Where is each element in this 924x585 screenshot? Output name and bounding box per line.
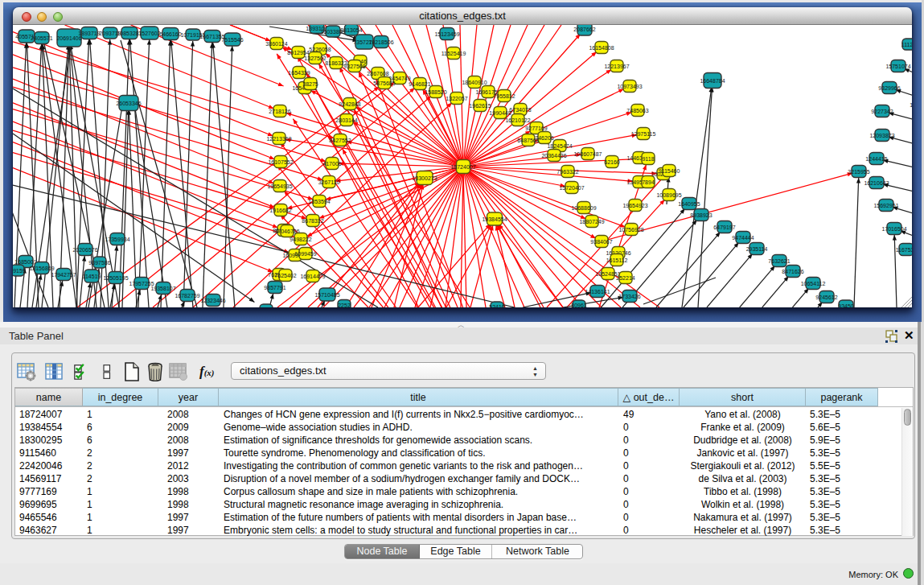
svg-text:15720407: 15720407: [559, 185, 584, 191]
svg-text:9327508: 9327508: [343, 64, 365, 69]
svg-text:9397586: 9397586: [88, 260, 110, 266]
svg-text:12093873: 12093873: [869, 133, 894, 138]
svg-text:1244415: 1244415: [865, 156, 887, 162]
svg-text:1322057: 1322057: [446, 96, 467, 101]
svg-text:252214: 252214: [616, 275, 634, 281]
svg-text:6479197: 6479197: [713, 225, 735, 230]
svg-text:10654112: 10654112: [801, 281, 826, 286]
svg-text:1654339: 1654339: [288, 70, 310, 76]
svg-text:16782759: 16782759: [175, 293, 199, 299]
svg-text:1990448: 1990448: [489, 110, 511, 116]
svg-text:8813054: 8813054: [340, 27, 362, 33]
svg-text:12975115: 12975115: [631, 131, 656, 137]
svg-text:7955812: 7955812: [493, 93, 515, 99]
svg-text:52410: 52410: [489, 304, 505, 308]
svg-text:38275: 38275: [302, 81, 318, 87]
svg-text:17016504: 17016504: [881, 226, 906, 232]
svg-text:1167531: 1167531: [896, 247, 912, 253]
svg-text:2252: 2252: [338, 303, 351, 308]
svg-text:18640910: 18640910: [462, 80, 487, 85]
svg-text:15751074: 15751074: [885, 64, 910, 69]
svg-text:14136141: 14136141: [585, 289, 610, 295]
svg-text:8427552: 8427552: [329, 138, 351, 143]
svg-text:9118: 9118: [642, 156, 654, 162]
svg-text:9474444: 9474444: [732, 235, 754, 241]
svg-text:10089695: 10089695: [656, 192, 681, 198]
svg-text:114519: 114519: [83, 274, 101, 279]
svg-text:15123459: 15123459: [434, 31, 459, 37]
svg-text:1962615: 1962615: [469, 103, 491, 109]
svg-text:1588520: 1588520: [425, 89, 446, 95]
svg-text:3215955: 3215955: [848, 169, 869, 175]
svg-text:1353594: 1353594: [308, 199, 330, 204]
svg-text:1640955: 1640955: [678, 201, 700, 207]
svg-text:1327502: 1327502: [304, 56, 326, 61]
svg-text:12213369: 12213369: [266, 136, 291, 142]
svg-text:3267110: 3267110: [318, 179, 340, 185]
svg-text:9245612: 9245612: [815, 295, 837, 300]
svg-text:16914479: 16914479: [300, 274, 325, 279]
svg-text:93450: 93450: [838, 303, 854, 308]
svg-text:129396: 129396: [910, 102, 912, 108]
svg-text:15710485: 15710485: [314, 292, 339, 298]
svg-text:10756928: 10756928: [618, 227, 643, 233]
svg-text:12213967: 12213967: [604, 64, 629, 69]
svg-text:9498222: 9498222: [290, 237, 311, 242]
svg-text:8471626: 8471626: [782, 269, 803, 274]
svg-text:9329966: 9329966: [878, 85, 900, 91]
svg-text:39159: 39159: [13, 268, 26, 274]
svg-text:2867608: 2867608: [367, 71, 388, 76]
svg-text:2935114: 2935114: [746, 246, 768, 252]
svg-text:11121: 11121: [901, 42, 912, 47]
svg-text:7632621: 7632621: [768, 258, 790, 264]
svg-text:19358107: 19358107: [150, 286, 175, 291]
svg-text:7625402: 7625402: [274, 273, 296, 278]
svg-text:18807249: 18807249: [579, 219, 604, 225]
svg-text:108607487: 108607487: [573, 151, 602, 157]
svg-text:19654923: 19654923: [622, 203, 647, 208]
svg-text:6099459: 6099459: [294, 251, 316, 257]
svg-text:16107552: 16107552: [268, 159, 293, 165]
svg-text:7515546: 7515546: [221, 37, 243, 43]
svg-text:80961: 80961: [571, 303, 587, 308]
svg-text:6487568: 6487568: [517, 138, 539, 143]
svg-text:9277169: 9277169: [525, 126, 547, 131]
svg-text:1893719: 1893719: [78, 31, 100, 36]
svg-text:17942757: 17942757: [51, 272, 76, 278]
svg-text:12505195: 12505195: [103, 275, 128, 281]
svg-text:10973493: 10973493: [617, 84, 642, 89]
svg-text:19384554: 19384554: [482, 216, 507, 222]
svg-text:417006: 417006: [322, 161, 341, 167]
svg-text:20206576: 20206576: [72, 247, 97, 253]
svg-text:7894: 7894: [642, 179, 655, 185]
svg-text:3860124: 3860124: [265, 41, 287, 47]
svg-text:2087662: 2087662: [573, 27, 595, 32]
svg-text:15692951: 15692951: [873, 203, 898, 208]
svg-text:18724007: 18724007: [450, 164, 475, 170]
svg-text:2405571: 2405571: [31, 35, 52, 41]
svg-text:16648784: 16648784: [700, 78, 725, 84]
svg-text:9242848: 9242848: [339, 101, 360, 107]
svg-text:8912954: 8912954: [287, 50, 309, 56]
svg-text:6734078: 6734078: [509, 107, 531, 113]
svg-text:12156869: 12156869: [29, 266, 54, 271]
svg-text:62160: 62160: [604, 159, 620, 165]
svg-text:16210122: 16210122: [505, 117, 530, 123]
svg-text:1527602: 1527602: [138, 31, 160, 36]
svg-text:6466160: 6466160: [159, 31, 181, 37]
svg-text:9857791: 9857791: [264, 285, 285, 290]
svg-text:8938923: 8938923: [690, 212, 712, 218]
svg-text:90235: 90235: [258, 307, 274, 308]
svg-text:7963322: 7963322: [556, 169, 578, 175]
svg-text:2803144: 2803144: [335, 117, 357, 123]
svg-text:17359934: 17359934: [105, 237, 129, 242]
svg-text:8678312: 8678312: [302, 218, 323, 224]
svg-text:26053346: 26053346: [116, 101, 141, 106]
svg-text:18245474: 18245474: [547, 143, 572, 149]
svg-text:16154808: 16154808: [589, 45, 614, 51]
svg-text:20364436: 20364436: [541, 153, 566, 159]
svg-text:1685001: 1685001: [14, 259, 36, 265]
svg-text:19218506: 19218506: [368, 39, 393, 45]
svg-text:9384067: 9384067: [590, 239, 612, 245]
svg-text:7485063: 7485063: [626, 108, 648, 113]
